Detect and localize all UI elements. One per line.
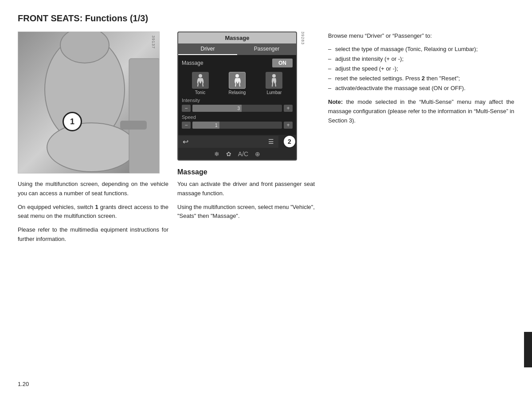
screen-title: Massage (178, 32, 296, 43)
svg-point-2 (47, 123, 136, 172)
edge-tab (524, 332, 532, 367)
left-text: Using the multifunction screen, dependin… (18, 180, 168, 244)
lumbar-icon (266, 72, 282, 89)
left-para-2: On equipped vehicles, switch 1 grants di… (18, 203, 168, 221)
intensity-increase[interactable]: + (284, 105, 293, 112)
bottom-indicator: ↩ ☰ 2 (178, 135, 296, 148)
left-para-1: Using the multifunction screen, dependin… (18, 180, 168, 198)
massage-heading: Massage (177, 168, 315, 176)
massage-type-relaxing[interactable]: Relaxing (229, 72, 246, 95)
seat-photo (18, 32, 159, 173)
relaxing-icon (229, 72, 246, 89)
relaxing-label: Relaxing (229, 90, 246, 95)
svg-line-14 (275, 83, 276, 87)
svg-line-10 (235, 83, 236, 87)
intensity-value: 3 (238, 106, 240, 111)
svg-line-13 (272, 83, 273, 87)
tonic-icon (192, 72, 209, 89)
bullet-2: adjust the intensity (+ or -); (328, 54, 514, 64)
svg-line-11 (239, 83, 240, 87)
bullet-5: activate/deactivate the massage seat (ON… (328, 83, 514, 93)
tab-passenger[interactable]: Passenger (237, 43, 296, 55)
menu-button[interactable]: ☰ (268, 138, 274, 145)
mid-para-1: You can activate the driver and front pa… (177, 180, 315, 198)
svg-line-8 (203, 83, 203, 87)
annotation-2: 2 (283, 135, 296, 148)
footer-icon-ac: A/C (238, 150, 248, 158)
speed-label: Speed (182, 114, 293, 120)
tab-driver[interactable]: Driver (178, 43, 237, 55)
on-off-button[interactable]: ON (272, 59, 293, 67)
speed-value: 1 (215, 123, 218, 128)
right-text: Browse menu “Driver” or “Passenger” to: … (328, 32, 514, 126)
massage-label: Massage (182, 60, 203, 66)
svg-point-9 (235, 74, 239, 78)
image-tag-mid: 39283 (301, 32, 305, 142)
svg-line-7 (198, 83, 198, 87)
content-area: 1 39137 Using the multifunction screen, … (18, 32, 514, 377)
speed-increase[interactable]: + (284, 122, 293, 129)
speed-decrease[interactable]: − (182, 122, 191, 129)
mid-para-2: Using the multifunction screen, select m… (177, 203, 315, 221)
left-column: 1 39137 Using the multifunction screen, … (18, 32, 168, 377)
note-body: the mode selected in the “Multi-Sense” m… (328, 98, 514, 124)
intensity-label: Intensity (182, 98, 293, 103)
lumbar-label: Lumbar (267, 90, 282, 95)
note-label: Note: (328, 98, 343, 105)
annotation-1: 1 (63, 112, 82, 131)
massage-types: Tonic (182, 72, 293, 95)
footer-icon-2: ✿ (226, 150, 231, 158)
seat-image: 1 39137 (18, 32, 160, 173)
note-text: Note: the mode selected in the “Multi-Se… (328, 98, 514, 125)
bullet-3: adjust the speed (+ or -); (328, 64, 514, 74)
svg-point-6 (199, 74, 202, 78)
intensity-slider-row: − 3 + (182, 105, 293, 112)
page: FRONT SEATS: Functions (1/3) (0, 0, 532, 394)
svg-rect-5 (120, 121, 147, 130)
screen-ui: Massage Driver Passenger Massage ON (177, 32, 297, 161)
page-title: FRONT SEATS: Functions (1/3) (18, 13, 514, 24)
intensity-decrease[interactable]: − (182, 105, 191, 112)
screen-bottom-bar: ↩ ☰ (178, 136, 278, 148)
back-button[interactable]: ↩ (183, 138, 188, 146)
mid-text: Massage You can activate the driver and … (177, 168, 315, 221)
intensity-fill: 3 (192, 105, 242, 112)
screen-footer: ❄ ✿ A/C ⊕ (178, 148, 296, 160)
massage-type-lumbar[interactable]: Lumbar (266, 72, 282, 95)
footer-icon-3: ⊕ (255, 150, 260, 158)
bullet-4: reset the selected settings. Press 2 the… (328, 74, 514, 83)
massage-type-tonic[interactable]: Tonic (192, 72, 209, 95)
speed-track: 1 (192, 122, 282, 129)
left-para-3: Please refer to the multimedia equipment… (18, 225, 168, 244)
speed-fill: 1 (192, 122, 219, 129)
tonic-label: Tonic (195, 90, 205, 95)
svg-rect-4 (129, 59, 160, 173)
footer-icon-1: ❄ (214, 150, 219, 158)
svg-point-3 (60, 32, 109, 63)
speed-slider-row: − 1 + (182, 122, 293, 129)
svg-point-12 (272, 74, 276, 78)
massage-toggle-row: Massage ON (182, 59, 293, 67)
screen-tabs: Driver Passenger (178, 43, 296, 55)
image-tag-left: 39137 (151, 35, 156, 49)
right-intro: Browse menu “Driver” or “Passenger” to: (328, 32, 514, 41)
mid-column: Massage Driver Passenger Massage ON (177, 32, 315, 377)
bullet-1: select the type of massage (Tonic, Relax… (328, 44, 514, 54)
intensity-section: Intensity − 3 + (182, 98, 293, 112)
speed-section: Speed − 1 + (182, 114, 293, 129)
screen-body: Massage ON (178, 55, 296, 135)
bullet-list: select the type of massage (Tonic, Relax… (328, 44, 514, 93)
right-column: Browse menu “Driver” or “Passenger” to: … (324, 32, 514, 377)
screen-wrapper: Massage Driver Passenger Massage ON (177, 32, 297, 161)
intensity-track: 3 (192, 105, 282, 112)
page-number: 1.20 (18, 381, 29, 387)
